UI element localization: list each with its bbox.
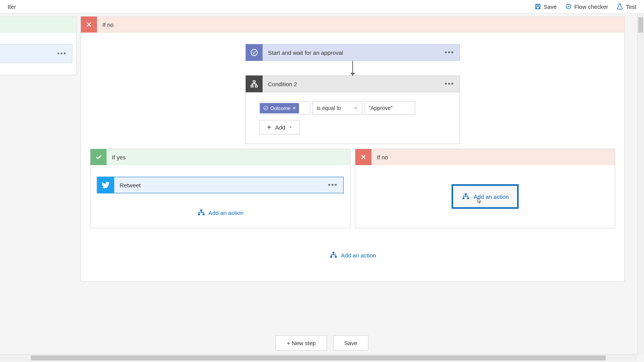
add-condition-button[interactable]: Add [260,120,299,134]
svg-rect-17 [335,256,337,258]
flow-checker-button[interactable]: Flow checker [565,3,608,10]
add-action-button[interactable]: Add an action [197,209,244,216]
svg-rect-5 [253,81,255,83]
value-input[interactable]: "Approve" [365,102,415,115]
breadcrumb-partial: tter [8,3,16,10]
flow-arrow [352,61,353,75]
new-step-button[interactable]: + New step [276,335,327,351]
condition-header[interactable]: Condition 2 ••• [245,75,460,92]
approval-action-card[interactable]: Start and wait for an approval ••• [245,44,460,61]
condition-card: Condition 2 ••• Outcome ✕ is [245,75,460,144]
if-yes-header[interactable]: If yes [90,149,350,165]
approval-token-icon [263,105,268,111]
operator-select[interactable]: is equal to [312,102,362,115]
outer-if-no-header[interactable]: If no [80,16,625,33]
svg-rect-9 [200,210,202,211]
remove-token-icon[interactable]: ✕ [292,106,296,111]
svg-rect-16 [330,256,332,258]
cursor-icon [475,197,483,205]
ellipsis-icon[interactable]: ••• [323,181,343,189]
top-toolbar: tter Save Flow checker Test [0,0,644,13]
twitter-icon [97,177,114,193]
flow-canvas[interactable]: ••• If no Start and wait for an approval… [0,13,636,310]
svg-rect-15 [333,252,335,254]
svg-rect-1 [537,4,539,6]
save-step-button[interactable]: Save [333,335,368,351]
plus-icon [266,124,272,130]
left-branch-header[interactable] [0,16,77,33]
check-icon [90,149,107,165]
add-action-button-highlighted[interactable]: Add an action [452,184,519,209]
svg-point-4 [251,49,258,56]
save-button[interactable]: Save [534,3,557,10]
ellipsis-icon[interactable]: ••• [57,50,67,58]
svg-rect-10 [198,214,200,215]
add-action-icon [462,193,470,200]
condition-operand-field[interactable]: Outcome ✕ [260,102,310,115]
x-icon [81,16,97,33]
chevron-down-icon [353,106,358,110]
horizontal-scrollbar[interactable] [0,354,637,361]
vertical-scrollbar[interactable] [637,13,644,354]
ellipsis-icon[interactable]: ••• [439,80,460,88]
svg-rect-6 [251,85,253,87]
left-branch-clipped: ••• [0,16,77,75]
svg-rect-12 [465,193,467,195]
svg-rect-7 [255,85,258,87]
flow-checker-icon [565,3,572,10]
test-button[interactable]: Test [616,3,636,10]
if-yes-branch: If yes Retweet ••• Add an action [90,149,350,228]
condition-icon [246,75,263,92]
add-action-icon [197,209,205,216]
svg-point-8 [264,106,268,110]
retweet-action-card[interactable]: Retweet ••• [97,177,344,193]
svg-rect-14 [467,198,469,199]
if-no-branch: If no Add an action [355,149,615,228]
svg-rect-2 [536,7,539,9]
svg-rect-11 [202,214,204,215]
add-action-icon [329,251,338,259]
ellipsis-icon[interactable]: ••• [439,49,460,57]
save-icon [534,3,541,10]
left-action-card[interactable]: ••• [0,44,72,63]
add-action-button[interactable]: Add an action [329,251,376,259]
footer-actions: + New step Save [0,335,644,351]
chevron-down-icon [288,125,293,129]
test-icon [616,3,623,10]
if-no-header[interactable]: If no [355,149,615,165]
outer-if-no-container: If no Start and wait for an approval •••… [80,16,625,282]
svg-rect-13 [462,198,464,199]
x-icon [355,149,371,165]
approval-icon [246,44,263,61]
